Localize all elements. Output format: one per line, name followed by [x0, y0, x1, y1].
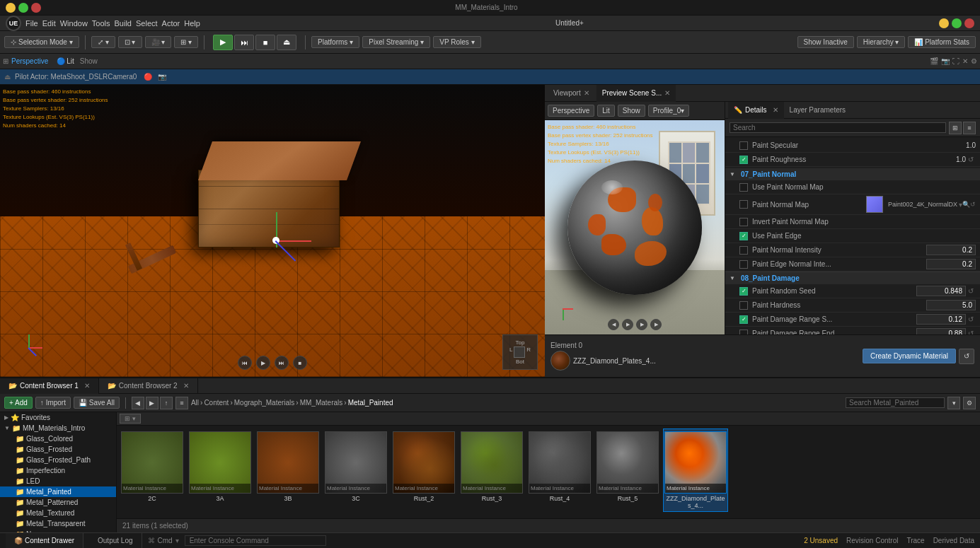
- close-btn[interactable]: ×: [31, 3, 41, 13]
- menu-select[interactable]: Select: [136, 19, 158, 28]
- details-tab[interactable]: ✏️ Details ✕: [728, 102, 784, 119]
- sort-btn[interactable]: ⊞ ▾: [120, 414, 141, 424]
- maximize-btn[interactable]: □: [18, 3, 28, 13]
- paint-normal-map-check[interactable]: [739, 200, 748, 209]
- cb-tab-1-close[interactable]: ✕: [84, 382, 90, 390]
- paint-damage-range-s-input[interactable]: [916, 314, 966, 325]
- favorites-item[interactable]: ▶ ⭐ Favorites: [0, 412, 116, 423]
- prev-stop[interactable]: ▶: [650, 319, 662, 330]
- use-paint-edge-row[interactable]: Use Paint Edge: [725, 229, 980, 243]
- cb-settings-btn[interactable]: ⚙: [963, 397, 976, 409]
- eject-icon[interactable]: ⏏: [4, 73, 11, 81]
- vp-prev[interactable]: ⏮: [238, 356, 252, 370]
- grid-view-btn[interactable]: ⊞: [949, 122, 962, 134]
- grid-btn[interactable]: ⊞ ▾: [174, 36, 198, 48]
- path-all[interactable]: All: [191, 399, 199, 407]
- item-rust-4[interactable]: Material Instance Rust_4: [527, 429, 592, 512]
- paint-hardness-check[interactable]: [739, 301, 748, 310]
- cb-search-input[interactable]: [846, 397, 945, 408]
- paint-roughness-row[interactable]: Paint Roughness 1.0 ↺: [725, 153, 980, 167]
- output-log-tab[interactable]: Output Log: [89, 533, 142, 549]
- max-btn[interactable]: [952, 18, 962, 28]
- close-vp-icon[interactable]: ✕: [962, 57, 968, 65]
- min-btn[interactable]: [939, 18, 949, 28]
- paint-normal-intensity-row[interactable]: Paint Normal Intensity: [725, 243, 980, 257]
- edit-texture-btn[interactable]: 🔍: [962, 201, 970, 208]
- cb-up-btn[interactable]: ↑: [160, 397, 173, 409]
- invert-paint-normal-check[interactable]: [739, 218, 748, 226]
- cb-forward-btn[interactable]: ▶: [146, 397, 158, 409]
- item-3a[interactable]: Material Instance 3A: [188, 429, 253, 512]
- paint-random-seed-row[interactable]: Paint Random Seed ↺: [725, 284, 980, 298]
- cb-all-btn[interactable]: ≡: [175, 397, 188, 409]
- random-seed-reset[interactable]: ↺: [966, 286, 976, 296]
- metal-painted-item[interactable]: 📁 Metal_Painted: [0, 486, 116, 497]
- menu-edit[interactable]: Edit: [42, 19, 56, 28]
- minimize-btn[interactable]: —: [6, 3, 16, 13]
- paint-normal-header[interactable]: ▼ 07_Paint Normal: [725, 168, 980, 180]
- menu-build[interactable]: Build: [115, 19, 132, 28]
- settings-icon[interactable]: ⚙: [971, 57, 977, 65]
- paint-normal-intensity-check[interactable]: [739, 246, 748, 255]
- lit-btn[interactable]: Lit: [597, 105, 615, 117]
- profile-btn[interactable]: Profile_0▾: [648, 105, 689, 117]
- preview-scene-tab-close[interactable]: ✕: [664, 89, 670, 97]
- snap-btn[interactable]: ⊡ ▾: [118, 36, 142, 48]
- reset-texture-btn[interactable]: ↺: [970, 201, 976, 208]
- use-paint-normal-map-row[interactable]: Use Paint Normal Map: [725, 180, 980, 194]
- close-btn2[interactable]: [964, 18, 974, 28]
- import-btn[interactable]: ↑ Import: [35, 397, 71, 409]
- paint-specular-check[interactable]: [739, 141, 748, 150]
- paint-damage-range-end-check[interactable]: [739, 330, 748, 335]
- paint-normal-texture[interactable]: [866, 196, 883, 213]
- layer-params-tab[interactable]: Layer Parameters: [784, 102, 851, 119]
- vp-next[interactable]: ⏭: [275, 356, 289, 370]
- prev-play[interactable]: ▶: [622, 319, 633, 330]
- preview-canvas[interactable]: Base pass shader: 460 instructions Base …: [545, 120, 725, 334]
- menu-window[interactable]: Window: [60, 19, 88, 28]
- camera-record-icon[interactable]: 🔴: [144, 73, 152, 81]
- details-search-input[interactable]: [730, 122, 946, 133]
- show-btn[interactable]: Show: [618, 105, 645, 117]
- show-label[interactable]: Show: [80, 57, 98, 65]
- paint-edge-normal-row[interactable]: Paint Edge Normal Inte...: [725, 257, 980, 272]
- prev-next[interactable]: ▶: [636, 319, 647, 330]
- selection-mode-btn[interactable]: ⊹ Selection Mode ▾: [4, 36, 79, 48]
- screenshot-icon[interactable]: 📷: [941, 57, 950, 65]
- add-btn[interactable]: + Add: [4, 397, 33, 409]
- cb-filter-btn[interactable]: ▾: [947, 397, 960, 409]
- damage-range-s-reset[interactable]: ↺: [966, 315, 976, 325]
- vp-stop[interactable]: ■: [293, 356, 307, 370]
- show-inactive-btn[interactable]: Show Inactive: [797, 36, 854, 48]
- hierarchy-btn[interactable]: Hierarchy ▾: [857, 36, 906, 48]
- paint-roughness-check[interactable]: [739, 156, 748, 164]
- menu-file[interactable]: File: [25, 19, 38, 28]
- use-paint-edge-check[interactable]: [739, 232, 748, 240]
- platforms-btn[interactable]: Platforms▾: [311, 36, 359, 48]
- mm-materials-intro-item[interactable]: ▼ 📁 MM_Materials_Intro: [0, 423, 116, 433]
- viewport-tab-label[interactable]: Perspective: [11, 57, 48, 65]
- unsaved-indicator[interactable]: 2 Unsaved: [804, 537, 838, 544]
- save-all-btn[interactable]: 💾 Save All: [74, 397, 120, 409]
- paint-normal-intensity-input[interactable]: [926, 245, 976, 255]
- cb-tab-1[interactable]: 📂 Content Browser 1 ✕: [0, 378, 99, 394]
- viewport-tab-close[interactable]: ✕: [584, 89, 589, 97]
- trace-btn[interactable]: Trace: [906, 537, 924, 544]
- console-input[interactable]: [185, 535, 326, 546]
- led-item[interactable]: 📁 LED: [0, 476, 116, 486]
- path-mm[interactable]: MM_Materals: [300, 399, 343, 407]
- item-rust-3[interactable]: Material Instance Rust_3: [459, 429, 524, 512]
- cb-tab-2[interactable]: 📂 Content Browser 2 ✕: [99, 378, 198, 394]
- perspective-btn[interactable]: Perspective: [548, 105, 594, 117]
- menu-help[interactable]: Help: [184, 19, 200, 28]
- path-content[interactable]: Content: [204, 399, 229, 407]
- metal-transparent-item[interactable]: 📁 Metal_Transparent: [0, 518, 116, 529]
- derived-data-btn[interactable]: Derived Data: [933, 537, 974, 544]
- lit-label[interactable]: Lit: [67, 57, 74, 65]
- paint-edge-normal-input[interactable]: [926, 259, 976, 269]
- 3d-scene[interactable]: Base pass shader: 460 instructions Base …: [0, 85, 545, 377]
- cb-tab-2-close[interactable]: ✕: [183, 382, 189, 390]
- play-btn[interactable]: ▶: [213, 35, 233, 50]
- vp-roles-btn[interactable]: VP Roles▾: [433, 36, 481, 48]
- use-paint-normal-map-check[interactable]: [739, 183, 748, 192]
